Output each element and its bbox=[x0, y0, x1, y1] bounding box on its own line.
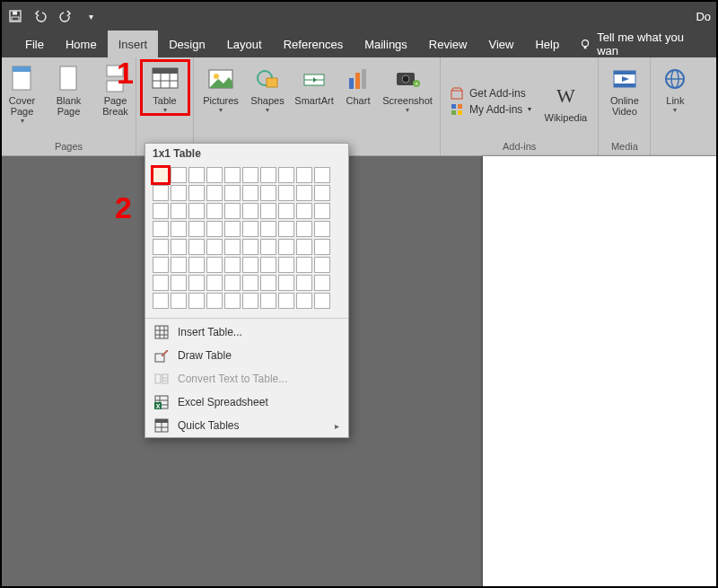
grid-cell[interactable] bbox=[314, 293, 330, 309]
grid-cell[interactable] bbox=[153, 185, 169, 201]
grid-cell[interactable] bbox=[188, 167, 205, 183]
grid-cell[interactable] bbox=[314, 257, 330, 273]
document-page[interactable] bbox=[483, 156, 716, 586]
grid-cell[interactable] bbox=[153, 257, 169, 273]
grid-cell[interactable] bbox=[188, 203, 205, 219]
insert-table-item[interactable]: Insert Table... bbox=[145, 320, 348, 344]
grid-cell[interactable] bbox=[188, 221, 205, 237]
grid-cell[interactable] bbox=[314, 203, 330, 219]
grid-cell[interactable] bbox=[242, 185, 258, 201]
grid-cell[interactable] bbox=[188, 293, 205, 309]
save-icon[interactable] bbox=[7, 8, 23, 24]
tab-review[interactable]: Review bbox=[418, 31, 478, 57]
table-button[interactable]: Table ▾ bbox=[142, 61, 188, 114]
get-addins-button[interactable]: Get Add-ins bbox=[450, 86, 531, 101]
grid-cell[interactable] bbox=[296, 167, 312, 183]
grid-cell[interactable] bbox=[171, 167, 187, 183]
grid-cell[interactable] bbox=[314, 185, 330, 201]
quick-tables-item[interactable]: Quick Tables ▸ bbox=[145, 414, 348, 437]
grid-cell[interactable] bbox=[171, 293, 187, 309]
grid-cell[interactable] bbox=[278, 275, 294, 291]
grid-cell[interactable] bbox=[260, 275, 276, 291]
grid-cell[interactable] bbox=[278, 221, 294, 237]
excel-spreadsheet-item[interactable]: X Excel Spreadsheet bbox=[145, 391, 348, 414]
grid-cell[interactable] bbox=[153, 203, 169, 219]
grid-cell[interactable] bbox=[171, 185, 187, 201]
pictures-button[interactable]: Pictures ▾ bbox=[199, 61, 242, 114]
grid-cell[interactable] bbox=[314, 275, 330, 291]
shapes-button[interactable]: Shapes ▾ bbox=[246, 61, 289, 114]
grid-cell[interactable] bbox=[224, 257, 241, 273]
grid-cell[interactable] bbox=[314, 167, 330, 183]
grid-cell[interactable] bbox=[260, 203, 276, 219]
grid-cell[interactable] bbox=[153, 239, 169, 255]
blank-page-button[interactable]: Blank Page bbox=[48, 61, 91, 117]
grid-cell[interactable] bbox=[296, 239, 312, 255]
tab-view[interactable]: View bbox=[477, 31, 524, 57]
grid-cell[interactable] bbox=[278, 185, 294, 201]
grid-cell[interactable] bbox=[278, 257, 294, 273]
grid-cell[interactable] bbox=[171, 221, 187, 237]
tab-file[interactable]: File bbox=[14, 31, 55, 57]
grid-cell[interactable] bbox=[296, 275, 312, 291]
grid-cell[interactable] bbox=[296, 185, 312, 201]
grid-cell[interactable] bbox=[260, 293, 276, 309]
tab-design[interactable]: Design bbox=[158, 31, 215, 57]
grid-cell[interactable] bbox=[206, 239, 223, 255]
grid-cell[interactable] bbox=[242, 239, 258, 255]
my-addins-button[interactable]: My Add-ins ▾ bbox=[450, 102, 531, 117]
grid-cell[interactable] bbox=[224, 293, 241, 309]
chart-button[interactable]: Chart bbox=[339, 61, 377, 106]
grid-cell[interactable] bbox=[224, 167, 241, 183]
grid-cell[interactable] bbox=[206, 185, 223, 201]
grid-cell[interactable] bbox=[171, 239, 187, 255]
tab-home[interactable]: Home bbox=[55, 31, 108, 57]
grid-cell[interactable] bbox=[224, 221, 241, 237]
grid-cell[interactable] bbox=[224, 239, 241, 255]
grid-cell[interactable] bbox=[260, 185, 276, 201]
grid-cell[interactable] bbox=[153, 275, 169, 291]
cover-page-button[interactable]: Cover Page ▾ bbox=[1, 61, 44, 125]
grid-cell[interactable] bbox=[278, 239, 294, 255]
grid-cell[interactable] bbox=[278, 167, 294, 183]
online-video-button[interactable]: Online Video bbox=[603, 61, 646, 117]
grid-cell[interactable] bbox=[278, 293, 294, 309]
grid-cell[interactable] bbox=[188, 239, 205, 255]
grid-cell[interactable] bbox=[314, 239, 330, 255]
grid-cell[interactable] bbox=[242, 203, 258, 219]
grid-cell[interactable] bbox=[224, 275, 241, 291]
tab-insert[interactable]: Insert bbox=[108, 31, 159, 57]
grid-cell[interactable] bbox=[188, 257, 205, 273]
draw-table-item[interactable]: Draw Table bbox=[145, 344, 348, 367]
tab-references[interactable]: References bbox=[273, 31, 354, 57]
grid-cell[interactable] bbox=[242, 293, 258, 309]
grid-cell[interactable] bbox=[242, 275, 258, 291]
screenshot-button[interactable]: + Screenshot ▾ bbox=[381, 61, 434, 114]
grid-cell[interactable] bbox=[153, 221, 169, 237]
grid-cell[interactable] bbox=[314, 221, 330, 237]
tab-help[interactable]: Help bbox=[524, 31, 570, 57]
grid-cell[interactable] bbox=[260, 167, 276, 183]
grid-cell[interactable] bbox=[260, 239, 276, 255]
grid-cell[interactable] bbox=[206, 167, 223, 183]
grid-cell[interactable] bbox=[296, 257, 312, 273]
grid-cell[interactable] bbox=[171, 275, 187, 291]
grid-cell[interactable] bbox=[153, 167, 169, 183]
grid-cell[interactable] bbox=[242, 221, 258, 237]
grid-cell[interactable] bbox=[242, 167, 258, 183]
grid-cell[interactable] bbox=[206, 221, 223, 237]
grid-cell[interactable] bbox=[260, 221, 276, 237]
qat-customize-icon[interactable]: ▾ bbox=[83, 8, 99, 24]
grid-cell[interactable] bbox=[153, 293, 169, 309]
grid-cell[interactable] bbox=[206, 257, 223, 273]
grid-cell[interactable] bbox=[171, 203, 187, 219]
grid-cell[interactable] bbox=[188, 275, 205, 291]
undo-icon[interactable] bbox=[32, 8, 48, 24]
grid-cell[interactable] bbox=[206, 293, 223, 309]
tab-mailings[interactable]: Mailings bbox=[354, 31, 418, 57]
grid-cell[interactable] bbox=[296, 293, 312, 309]
grid-cell[interactable] bbox=[296, 203, 312, 219]
redo-icon[interactable] bbox=[57, 8, 74, 24]
grid-cell[interactable] bbox=[171, 257, 187, 273]
tell-me-search[interactable]: Tell me what you wan bbox=[570, 31, 716, 57]
